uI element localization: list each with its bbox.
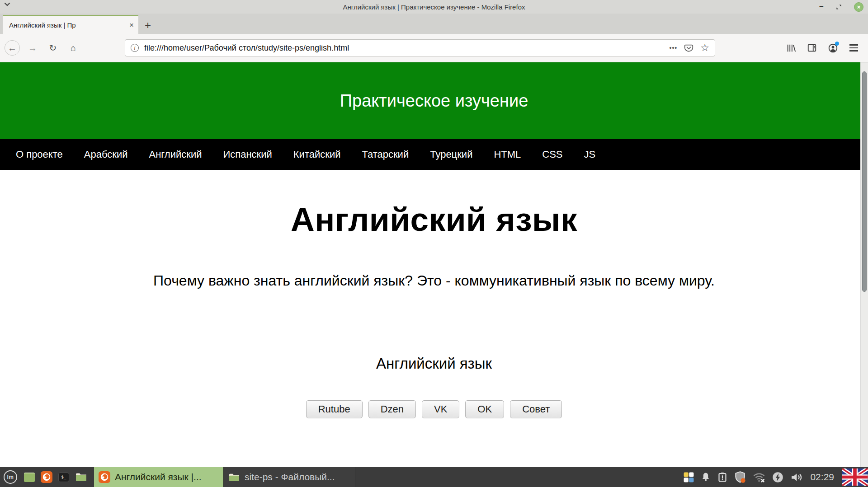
window-controls: − ×	[819, 0, 863, 14]
page-lead-text: Почему важно знать английский язык? Это …	[0, 272, 868, 289]
pocket-icon[interactable]	[684, 43, 693, 53]
desktop-icon	[24, 473, 35, 482]
site-info-icon[interactable]: i	[131, 44, 139, 52]
link-button-row: RutubeDzenVKOKСовет	[0, 400, 868, 418]
new-tab-button[interactable]: +	[145, 20, 151, 30]
taskbar-window-firefox[interactable]: Английский язык |...	[94, 467, 223, 487]
link-button[interactable]: Dzen	[368, 400, 416, 418]
url-text[interactable]: file:///home/user/Рабочий стол/study/sit…	[144, 43, 666, 53]
page-scrollbar-thumb[interactable]	[862, 71, 867, 292]
volume-speaker-icon[interactable]	[790, 472, 803, 483]
taskbar: lm $_ Английский язык |... site-ps - Фай…	[0, 467, 868, 487]
account-icon[interactable]	[825, 40, 841, 56]
network-wifi-off-icon[interactable]	[752, 472, 766, 483]
link-button[interactable]: OK	[465, 400, 504, 418]
hamburger-bars	[849, 44, 858, 51]
site-header-banner: Практическое изучение	[0, 62, 868, 139]
folder-icon	[75, 472, 87, 482]
power-manager-icon[interactable]	[772, 471, 784, 483]
reload-button[interactable]: ↻	[45, 40, 61, 56]
tab-bar: Английский язык | Пр × +	[0, 14, 868, 34]
page-viewport: Практическое изучение О проектеАрабскийА…	[0, 62, 868, 467]
update-shield-icon[interactable]	[734, 471, 746, 483]
bookmark-star-icon[interactable]: ☆	[700, 43, 709, 52]
tab-close-icon[interactable]: ×	[129, 21, 134, 30]
menu-item[interactable]: Татарский	[362, 149, 409, 160]
firefox-icon	[41, 471, 52, 483]
page-actions-icon[interactable]: •••	[670, 44, 678, 52]
page-scrollbar-track[interactable]	[860, 62, 868, 467]
page-title: Английский язык	[0, 201, 868, 238]
menu-item[interactable]: Испанский	[223, 149, 272, 160]
menu-item[interactable]: Турецкий	[430, 149, 472, 160]
account-notification-dot	[835, 42, 839, 46]
reports-clipboard-icon[interactable]	[717, 472, 728, 482]
menu-item[interactable]: Английский	[149, 149, 202, 160]
link-button[interactable]: VK	[422, 400, 459, 418]
sidebar-icon[interactable]	[804, 40, 820, 56]
mint-logo-icon: lm	[4, 470, 17, 484]
toolbar-icons	[783, 40, 862, 56]
site-nav-menu: О проектеАрабскийАнглийскийИспанскийКита…	[0, 139, 868, 170]
terminal-launcher[interactable]: $_	[55, 467, 72, 487]
close-button[interactable]: ×	[854, 2, 863, 12]
notifications-bell-icon[interactable]	[700, 472, 711, 482]
menu-item[interactable]: Арабский	[84, 149, 128, 160]
folder-icon	[228, 473, 240, 482]
keyboard-layout-flag-icon[interactable]	[842, 468, 868, 486]
task-label: site-ps - Файловый...	[245, 472, 335, 482]
clock[interactable]: 02:29	[810, 472, 834, 482]
url-bar[interactable]: i file:///home/user/Рабочий стол/study/s…	[125, 39, 715, 56]
menu-item[interactable]: О проекте	[16, 149, 63, 160]
window-title: Английский язык | Практическое изучение …	[0, 3, 868, 11]
maximize-button[interactable]	[835, 4, 842, 10]
terminal-icon: $_	[58, 473, 69, 482]
browser-tab[interactable]: Английский язык | Пр ×	[3, 15, 138, 34]
link-button[interactable]: Rutube	[306, 400, 363, 418]
firefox-icon	[99, 471, 110, 483]
menu-item[interactable]: HTML	[494, 149, 521, 160]
close-icon: ×	[857, 4, 861, 10]
tab-title: Английский язык | Пр	[9, 21, 127, 29]
site-title: Практическое изучение	[340, 91, 528, 111]
hamburger-menu-icon[interactable]	[845, 40, 862, 56]
navigation-toolbar: ← → ↻ ⌂ i file:///home/user/Рабочий стол…	[0, 34, 868, 62]
forward-button[interactable]: →	[25, 40, 40, 56]
back-button[interactable]: ←	[5, 40, 20, 56]
window-titlebar: Английский язык | Практическое изучение …	[0, 0, 868, 14]
menu-item[interactable]: JS	[584, 149, 596, 160]
mint-menu-button[interactable]: lm	[0, 467, 21, 487]
firefox-launcher[interactable]	[38, 467, 55, 487]
menu-item[interactable]: Китайский	[293, 149, 341, 160]
home-button[interactable]: ⌂	[66, 40, 81, 56]
page-subheading: Английский язык	[0, 355, 868, 372]
system-tray: 02:29	[683, 468, 868, 486]
menu-item[interactable]: CSS	[542, 149, 562, 160]
workspace-grid-icon[interactable]	[683, 472, 694, 483]
taskbar-window-files[interactable]: site-ps - Файловый...	[223, 467, 355, 487]
library-icon[interactable]	[783, 40, 799, 56]
minimize-button[interactable]: −	[819, 5, 824, 9]
desktop: Английский язык | Практическое изучение …	[0, 0, 868, 487]
show-desktop-button[interactable]	[21, 467, 38, 487]
task-label: Английский язык |...	[115, 472, 202, 482]
files-launcher[interactable]	[72, 467, 90, 487]
link-button[interactable]: Совет	[510, 400, 562, 418]
